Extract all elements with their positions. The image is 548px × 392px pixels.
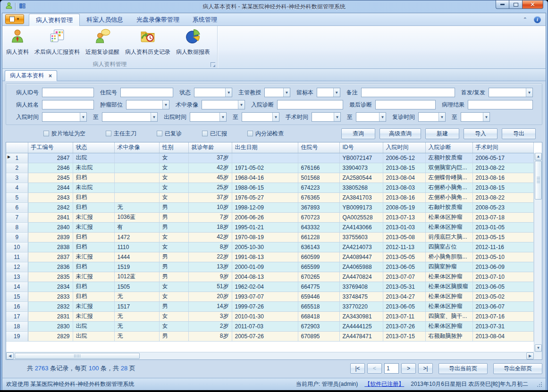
quick-access-icon[interactable] [19,2,26,11]
column-header[interactable]: 住院号 [298,142,339,153]
table-row[interactable]: 172831未汇报无女3岁2010-01-30668418ZA343098120… [6,311,534,321]
ribbon-tab-department-staff[interactable]: 科室人员信息 [80,14,130,25]
table-row[interactable]: 32845归档女45岁1968-04-16501568ZA25805442013… [6,173,534,183]
table-row[interactable]: 52843归档女37岁1976-05-27676365ZA38417032013… [6,192,534,202]
checkbox-film-address-empty[interactable] [43,131,49,136]
followup-reminder-button[interactable]: 近期复诊提醒 [83,27,122,57]
filter-input-admission-number[interactable] [120,88,173,97]
filter-combo-followup-date-to[interactable]: ▼ [461,112,490,122]
horizontal-scrollbar[interactable]: ◀ ▶ [6,352,534,359]
table-row[interactable]: 62842归档无男10岁1998-12-09367893YB0099173200… [6,202,534,212]
table-row[interactable]: 152833归档无女20岁1993-07-0765944633748475201… [6,292,534,301]
filter-input-remark[interactable] [361,88,455,97]
column-header[interactable]: 术中录像 [114,142,159,153]
prev-page-button[interactable]: < [367,363,382,374]
table-row[interactable]: 112837未汇报1444男22岁1991-08-13660599ZA40894… [6,252,534,262]
last-page-button[interactable]: >| [418,363,433,374]
checkbox-followed-up[interactable] [157,131,162,136]
checkbox-endocrine-exam[interactable] [247,131,253,136]
close-button[interactable]: ✕ [522,0,543,9]
column-header[interactable]: 出生日期 [232,142,298,153]
filter-input-final-diagnosis[interactable] [375,100,436,109]
filter-input-pathology-result[interactable] [468,100,533,109]
info-icon[interactable]: i [534,16,541,23]
table-row[interactable]: 192829出院无男8岁2005-07-26670895ZA4478471201… [6,331,534,341]
filter-input-patient-id[interactable] [42,88,94,97]
advanced-query-button[interactable]: 高级查询 [379,128,421,139]
import-button[interactable]: 导入 [464,128,497,139]
postop-report-button[interactable]: 术后病人汇报资料 [32,27,83,57]
filter-combo-status[interactable]: ▼ [194,88,232,97]
query-button[interactable]: 查询 [341,128,375,139]
table-row[interactable]: 142834归档1505女51岁1962-02-0466477533769408… [6,282,534,292]
table-row[interactable]: 132835未汇报1012蓝男9岁2004-08-13670265ZA44708… [6,272,534,282]
column-header[interactable]: ID号 [339,142,383,153]
dialog-launcher-icon[interactable] [211,62,215,67]
table-row[interactable]: 122836归档1519男13岁2000-01-09665599ZA406598… [6,262,534,272]
ribbon-tab-patient-management[interactable]: 病人资料管理 [29,14,80,26]
filter-combo-admission-date-to[interactable]: ▼ [102,112,158,122]
column-header[interactable]: 状态 [73,142,114,153]
checkbox-reported[interactable] [202,131,208,136]
scroll-down-icon[interactable]: ▼ [535,344,542,352]
table-row[interactable]: 92839归档1472女42岁1970-08-19661228337556032… [6,232,534,242]
first-page-button[interactable]: |< [350,363,365,374]
export-button[interactable]: 导出 [502,128,536,139]
license-registered-link[interactable]: 【软件已注册】 [364,380,404,388]
horizontal-scrollbar-thumb[interactable] [15,353,140,359]
table-row[interactable]: 72841未汇报1036蓝男7岁2006-06-26670723QA002552… [6,212,534,222]
doc-tab-patient-basic-info[interactable]: 病人基本资料 × [5,70,57,81]
new-button[interactable]: 新建 [425,128,459,139]
patient-data-button[interactable]: 病人资料 [3,27,32,57]
column-header[interactable]: 入院诊断 [425,142,472,153]
filter-combo-surgery-date-to[interactable]: ▼ [356,112,386,122]
table-row[interactable]: 22846未出院女42岁1971-05-02676166339040732013… [6,163,534,173]
vertical-scrollbar[interactable]: ▲ ▼ [534,153,542,352]
checkbox-chief-surgeon[interactable] [106,131,111,136]
table-cell: ZA4470824 [339,272,383,282]
filter-combo-discharge-date-from[interactable]: ▼ [190,112,227,122]
export-all-pages-button[interactable]: 导出全部页 [493,363,542,374]
column-header[interactable]: 入院时间 [383,142,425,153]
filter-combo-tumor-site[interactable]: ▼ [126,100,169,109]
table-row[interactable]: 42844未出院女25岁1988-06-15674223338052682013… [6,183,534,192]
minimize-button[interactable] [496,0,509,9]
column-header[interactable]: 手工编号 [28,142,73,153]
filter-combo-specimen-kept[interactable]: ▼ [317,88,340,97]
filter-combo-chief-professor[interactable]: ▼ [264,88,290,97]
table-row[interactable]: ▶12847出院女37岁YB00721472006-05-12左额叶胶质瘤200… [6,153,534,163]
tab-close-icon[interactable]: × [49,73,52,79]
filter-combo-intraop-video[interactable]: ▼ [202,100,245,109]
export-current-page-button[interactable]: 导出当前页 [438,363,488,374]
column-header[interactable] [6,142,28,153]
table-row[interactable]: 102838归档1110女8岁2005-10-30636143ZA4214073… [6,242,534,252]
filter-combo-first-or-recurrent[interactable]: ▼ [489,88,533,97]
app-menu-button[interactable]: ▼ [5,14,24,24]
scroll-up-icon[interactable]: ▲ [535,153,542,160]
page-number-input[interactable] [384,363,399,374]
filter-combo-surgery-date-from[interactable]: ▼ [312,112,341,122]
column-header[interactable]: 手术时间 [472,142,534,153]
maximize-button[interactable] [509,0,523,9]
resize-grip[interactable] [537,382,542,387]
scroll-right-icon[interactable]: ▶ [526,352,534,359]
table-row[interactable]: 162832未汇报1517男14岁1999-07-266655183377022… [6,301,534,311]
column-header[interactable]: 就诊年龄 [188,142,232,153]
filter-combo-discharge-date-to[interactable]: ▼ [242,112,279,122]
column-header[interactable]: 性别 [159,142,188,153]
ribbon-tab-disc-video[interactable]: 光盘录像带管理 [130,14,186,25]
vertical-scrollbar-thumb[interactable] [535,161,542,200]
patient-history-button[interactable]: 病人资料历史记录 [122,27,173,57]
chevron-down-icon: ▼ [283,88,290,97]
table-row[interactable]: 182830出院无女2岁2011-07-03672903ZA4444125201… [6,321,534,331]
patient-report-chart-button[interactable]: 病人数据报表 [173,27,213,57]
ribbon-tab-system[interactable]: 系统管理 [186,14,224,25]
filter-combo-followup-date-from[interactable]: ▼ [418,112,446,122]
filter-combo-admission-date-from[interactable]: ▼ [42,112,87,122]
collapse-ribbon-icon[interactable]: ⌃ [523,17,527,22]
filter-input-patient-name[interactable] [42,100,94,109]
filter-input-admission-diagnosis[interactable] [277,100,343,109]
scroll-left-icon[interactable]: ◀ [6,352,14,359]
table-row[interactable]: 82840未汇报有男18岁1995-01-21643332ZA414306620… [6,222,534,232]
next-page-button[interactable]: > [401,363,416,374]
